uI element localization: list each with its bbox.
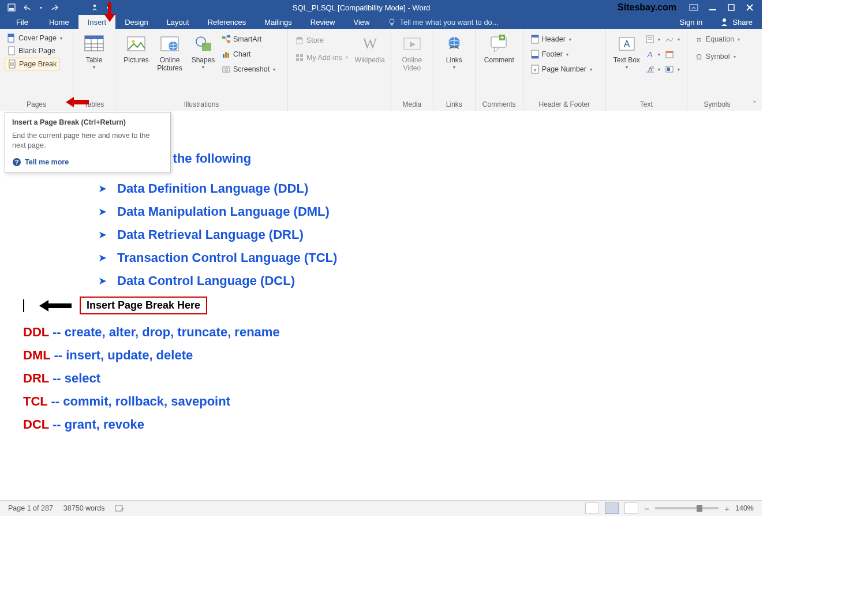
- touch-mode-icon[interactable]: [90, 3, 99, 12]
- tab-home[interactable]: Home: [40, 15, 78, 29]
- blank-page-icon: [7, 46, 16, 55]
- group-text-label: Text: [611, 98, 682, 110]
- chevron-down-icon: ▾: [678, 37, 680, 42]
- store-button[interactable]: Store: [293, 35, 350, 46]
- drop-cap-button[interactable]: A▾: [643, 63, 663, 75]
- footer-label: Footer: [542, 50, 563, 58]
- read-mode-button[interactable]: [585, 502, 599, 514]
- status-words[interactable]: 38750 words: [63, 504, 105, 512]
- tab-review[interactable]: Review: [301, 15, 345, 29]
- undo-icon[interactable]: [23, 3, 32, 12]
- shapes-button[interactable]: Shapes▾: [187, 31, 219, 70]
- text-box-button[interactable]: AText Box▾: [611, 31, 643, 70]
- header-icon: [530, 35, 540, 44]
- annotation-box: Insert Page Break Here: [80, 297, 207, 314]
- undo-dropdown-icon[interactable]: ▾: [39, 3, 43, 12]
- wikipedia-button[interactable]: WWikipedia: [354, 31, 386, 65]
- shapes-label: Shapes: [192, 57, 215, 65]
- chevron-down-icon: ▾: [273, 67, 275, 72]
- shapes-icon: [193, 33, 214, 54]
- equation-button[interactable]: πEquation▾: [692, 33, 742, 45]
- screenshot-button[interactable]: Screenshot▾: [219, 63, 283, 75]
- zoom-thumb[interactable]: [697, 505, 702, 512]
- chevron-down-icon: ▾: [202, 65, 204, 70]
- share-button[interactable]: Share: [710, 15, 762, 29]
- list-item: ➤Data Manipulation Language (DML): [98, 204, 739, 219]
- app-window: ▾ ▾ SQL_PLSQL [Compatibility Mode] - Wor…: [0, 0, 762, 516]
- online-video-button[interactable]: Online Video: [396, 31, 428, 73]
- my-addins-button[interactable]: My Add-ins▾: [293, 52, 350, 63]
- status-page[interactable]: Page 1 of 287: [8, 504, 53, 512]
- close-icon[interactable]: [746, 3, 754, 12]
- sign-in-button[interactable]: Sign in: [672, 15, 711, 29]
- tell-me-label: Tell me what you want to do...: [399, 18, 498, 27]
- tab-design[interactable]: Design: [115, 15, 157, 29]
- zoom-level[interactable]: 140%: [735, 504, 754, 512]
- chart-button[interactable]: Chart: [219, 48, 283, 60]
- svg-point-38: [225, 68, 228, 71]
- comment-button[interactable]: Comment: [480, 31, 518, 65]
- zoom-in-button[interactable]: +: [724, 504, 729, 513]
- blank-page-button[interactable]: Blank Page: [5, 45, 58, 57]
- save-icon[interactable]: [7, 3, 16, 12]
- svg-text:A: A: [624, 39, 630, 49]
- minimize-icon[interactable]: [709, 3, 717, 12]
- svg-rect-14: [9, 65, 15, 68]
- svg-rect-5: [709, 9, 716, 10]
- wordart-button[interactable]: A▾: [643, 48, 663, 60]
- def-rest: -- commit, rollback, savepoint: [47, 394, 230, 408]
- header-button[interactable]: Header▾: [528, 33, 601, 45]
- equation-icon: π: [694, 35, 704, 44]
- online-pictures-button[interactable]: Online Pictures: [152, 31, 187, 73]
- footer-button[interactable]: Footer▾: [528, 48, 601, 60]
- chevron-down-icon: ▾: [678, 67, 680, 72]
- tell-me-more-link[interactable]: ? Tell me more: [12, 157, 163, 167]
- cover-page-button[interactable]: Cover Page▾: [5, 32, 65, 44]
- tab-mailings[interactable]: Mailings: [255, 15, 301, 29]
- group-links-label: Links: [438, 98, 470, 110]
- tab-view[interactable]: View: [344, 15, 379, 29]
- svg-rect-6: [728, 5, 734, 10]
- addins-icon: [295, 53, 304, 62]
- group-illustrations-label: Illustrations: [120, 98, 283, 110]
- ribbon-display-icon[interactable]: [689, 4, 698, 11]
- smartart-button[interactable]: SmartArt: [219, 33, 283, 45]
- svg-rect-56: [532, 35, 538, 37]
- video-icon: [402, 33, 422, 54]
- web-layout-button[interactable]: [624, 502, 638, 514]
- maximize-icon[interactable]: [727, 3, 735, 12]
- date-icon: [665, 50, 674, 59]
- bullet-icon: ➤: [98, 230, 107, 240]
- table-icon: [84, 33, 104, 54]
- spellcheck-icon[interactable]: [115, 504, 125, 512]
- page-break-tooltip: Insert a Page Break (Ctrl+Return) End th…: [5, 112, 171, 173]
- svg-rect-32: [227, 35, 230, 37]
- tell-me-search[interactable]: Tell me what you want to do...: [379, 15, 507, 29]
- chart-label: Chart: [233, 50, 251, 58]
- quick-parts-button[interactable]: ▾: [643, 33, 663, 45]
- collapse-ribbon-icon[interactable]: ⌃: [752, 100, 757, 107]
- date-time-button[interactable]: [663, 48, 682, 60]
- tab-references[interactable]: References: [199, 15, 255, 29]
- page-break-button[interactable]: Page Break: [5, 58, 59, 70]
- svg-rect-33: [227, 40, 230, 43]
- cover-page-icon: [7, 33, 16, 43]
- links-button[interactable]: Links▾: [438, 31, 470, 70]
- chevron-down-icon: ▾: [93, 65, 95, 70]
- print-layout-button[interactable]: [605, 502, 619, 514]
- tab-file[interactable]: File: [7, 15, 40, 29]
- svg-text:#: #: [534, 67, 537, 73]
- zoom-slider[interactable]: [655, 507, 719, 509]
- pictures-button[interactable]: Pictures: [120, 31, 152, 65]
- svg-rect-58: [532, 56, 538, 58]
- symbol-button[interactable]: ΩSymbol▾: [692, 51, 742, 62]
- object-button[interactable]: ▾: [663, 63, 682, 75]
- table-button[interactable]: Table ▾: [78, 31, 110, 70]
- svg-marker-16: [66, 97, 89, 107]
- zoom-out-button[interactable]: −: [644, 504, 649, 513]
- tab-layout[interactable]: Layout: [158, 15, 199, 29]
- redo-icon[interactable]: [50, 3, 59, 12]
- page-number-button[interactable]: #Page Number▾: [528, 63, 601, 75]
- signature-line-button[interactable]: ▾: [663, 33, 682, 45]
- bullet-icon: ➤: [98, 253, 107, 263]
